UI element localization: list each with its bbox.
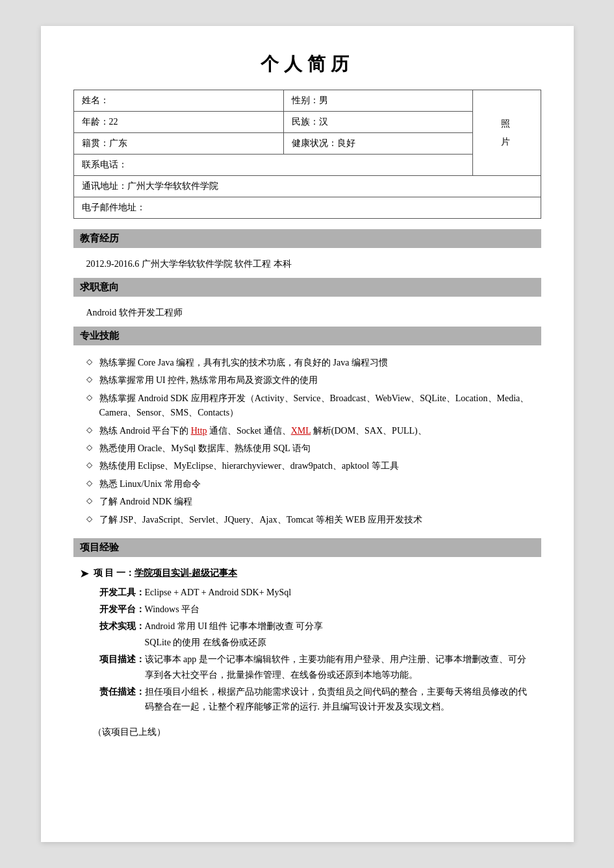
skill-text-1: 熟练掌握 Core Java 编程，具有扎实的技术功底，有良好的 Java 编程… <box>99 356 535 370</box>
skill-item-6: ◇ 熟练使用 Eclipse、MyEclipse、hierarchyviewer… <box>86 459 535 473</box>
skill-item-7: ◇ 熟悉 Linux/Unix 常用命令 <box>86 477 535 491</box>
resume-page: 个人简历 姓名： 性别：男 照片 年龄：22 民族：汉 籍贯：广东 健康状况：良… <box>41 26 574 842</box>
skill-item-3: ◇ 熟练掌握 Android SDK 应用程序开发（Activity、Servi… <box>86 391 535 421</box>
project-1-detail: 开发工具： Eclipse + ADT + Android SDK+ MySql… <box>99 585 535 715</box>
project-1-desc-label: 项目描述： <box>99 652 145 683</box>
info-row-age-ethnicity: 年龄：22 民族：汉 <box>73 112 541 133</box>
diamond-icon-9: ◇ <box>86 514 96 524</box>
diamond-icon-7: ◇ <box>86 478 96 488</box>
project-1-tech-row2: SQLite 的使用 在线备份或还原 <box>145 635 535 651</box>
skill-item-9: ◇ 了解 JSP、JavaScript、Servlet、JQuery、Ajax、… <box>86 513 535 527</box>
skill-text-5: 熟悉使用 Oracle、MySql 数据库、熟练使用 SQL 语句 <box>99 441 535 456</box>
skill-item-8: ◇ 了解 Android NDK 编程 <box>86 495 535 509</box>
skills-list: ◇ 熟练掌握 Core Java 编程，具有扎实的技术功底，有良好的 Java … <box>73 351 541 538</box>
skill-text-7: 熟悉 Linux/Unix 常用命令 <box>99 477 535 491</box>
projects-section: ➤ 项 目 一：学院项目实训-超级记事本 开发工具： Eclipse + ADT… <box>73 562 541 746</box>
info-row-address: 通讯地址：广州大学华软软件学院 <box>73 176 541 197</box>
photo-cell: 照片 <box>473 90 541 176</box>
diamond-icon-4: ◇ <box>86 425 96 435</box>
personal-info-table: 姓名： 性别：男 照片 年龄：22 民族：汉 籍贯：广东 健康状况：良好 联系电… <box>73 90 541 219</box>
project-1-resp-label: 责任描述： <box>99 684 145 715</box>
phone-cell: 联系电话： <box>73 155 473 176</box>
project-1-tool-content: Eclipse + ADT + Android SDK+ MySql <box>145 585 535 601</box>
diamond-icon-2: ◇ <box>86 375 96 384</box>
projects-header: 项目经验 <box>73 538 541 557</box>
address-cell: 通讯地址：广州大学华软软件学院 <box>73 176 541 197</box>
project-1-tech-content2: SQLite 的使用 在线备份或还原 <box>145 638 266 647</box>
diamond-icon-1: ◇ <box>86 357 96 367</box>
info-row-name-gender: 姓名： 性别：男 照片 <box>73 90 541 112</box>
project-1-title: 项 目 一：学院项目实训-超级记事本 <box>94 567 238 579</box>
skill-text-6: 熟练使用 Eclipse、MyEclipse、hierarchyviewer、d… <box>99 459 535 473</box>
education-header: 教育经历 <box>73 229 541 248</box>
project-1-platform-content: Windows 平台 <box>145 602 535 617</box>
project-1-tech-row: 技术实现： Android 常用 UI 组件 记事本增删改查 可分享 <box>99 619 535 634</box>
job-intention-content: Android 软件开发工程师 <box>73 302 541 327</box>
project-1-notice: （该项目已上线） <box>93 726 535 738</box>
health-cell: 健康状况：良好 <box>283 133 473 155</box>
project-1-tool-label: 开发工具： <box>99 585 145 601</box>
project-1-platform-label: 开发平台： <box>99 602 145 617</box>
project-1-tool-row: 开发工具： Eclipse + ADT + Android SDK+ MySql <box>99 585 535 601</box>
project-arrow-icon: ➤ <box>80 567 88 580</box>
info-row-native-health: 籍贯：广东 健康状况：良好 <box>73 133 541 155</box>
skill-item-5: ◇ 熟悉使用 Oracle、MySql 数据库、熟练使用 SQL 语句 <box>86 441 535 456</box>
diamond-icon-5: ◇ <box>86 443 96 453</box>
skill-item-4: ◇ 熟练 Android 平台下的 Http 通信、Socket 通信、XML … <box>86 424 535 438</box>
skill-text-4: 熟练 Android 平台下的 Http 通信、Socket 通信、XML 解析… <box>99 424 535 438</box>
skills-header: 专业技能 <box>73 327 541 345</box>
diamond-icon-3: ◇ <box>86 393 96 403</box>
project-1-title-row: ➤ 项 目 一：学院项目实训-超级记事本 <box>80 567 535 580</box>
age-cell: 年龄：22 <box>73 112 283 133</box>
ethnicity-cell: 民族：汉 <box>283 112 473 133</box>
skill-text-2: 熟练掌握常用 UI 控件, 熟练常用布局及资源文件的使用 <box>99 373 535 388</box>
skill-text-8: 了解 Android NDK 编程 <box>99 495 535 509</box>
project-1-resp-row: 责任描述： 担任项目小组长，根据产品功能需求设计，负责组员之间代码的整合，主要每… <box>99 684 535 715</box>
native-place-cell: 籍贯：广东 <box>73 133 283 155</box>
email-cell: 电子邮件地址： <box>73 197 541 219</box>
project-1-desc-content: 该记事本 app 是一个记事本编辑软件，主要功能有用户登录、用户注册、记事本增删… <box>145 652 535 683</box>
project-1-desc-row: 项目描述： 该记事本 app 是一个记事本编辑软件，主要功能有用户登录、用户注册… <box>99 652 535 683</box>
diamond-icon-8: ◇ <box>86 496 96 506</box>
skill-item-1: ◇ 熟练掌握 Core Java 编程，具有扎实的技术功底，有良好的 Java … <box>86 356 535 370</box>
project-1-platform-row: 开发平台： Windows 平台 <box>99 602 535 617</box>
info-row-email: 电子邮件地址： <box>73 197 541 219</box>
skill-text-9: 了解 JSP、JavaScript、Servlet、JQuery、Ajax、To… <box>99 513 535 527</box>
job-intention-header: 求职意向 <box>73 278 541 297</box>
project-1-tech-content: Android 常用 UI 组件 记事本增删改查 可分享 <box>145 619 535 634</box>
skill-text-3: 熟练掌握 Android SDK 应用程序开发（Activity、Service… <box>99 391 535 421</box>
diamond-icon-6: ◇ <box>86 460 96 470</box>
project-1-resp-content: 担任项目小组长，根据产品功能需求设计，负责组员之间代码的整合，主要每天将组员修改… <box>145 684 535 715</box>
gender-cell: 性别：男 <box>283 90 473 112</box>
info-row-phone: 联系电话： <box>73 155 541 176</box>
page-title: 个人简历 <box>73 52 541 77</box>
name-cell: 姓名： <box>73 90 283 112</box>
skill-item-2: ◇ 熟练掌握常用 UI 控件, 熟练常用布局及资源文件的使用 <box>86 373 535 388</box>
education-content: 2012.9-2016.6 广州大学华软软件学院 软件工程 本科 <box>73 253 541 278</box>
project-1-tech-label: 技术实现： <box>99 619 145 634</box>
